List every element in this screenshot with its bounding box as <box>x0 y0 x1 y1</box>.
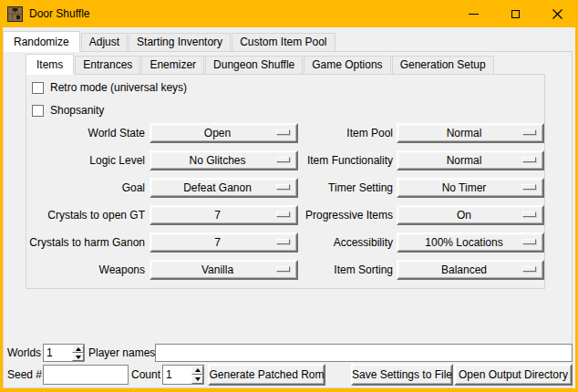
crystals-open-gt-label: Crystals to open GT <box>26 205 145 225</box>
worlds-spin-down-button[interactable] <box>72 353 84 361</box>
tab-items[interactable]: Items <box>26 54 74 75</box>
logic-level-dropdown[interactable]: No Glitches <box>150 150 298 170</box>
open-output-directory-button[interactable]: Open Output Directory <box>454 364 573 386</box>
goal-value: Defeat Ganon <box>183 181 252 194</box>
dropdown-indicator-icon <box>522 157 536 162</box>
door-icon <box>7 6 23 22</box>
logic-level-label: Logic Level <box>26 150 145 170</box>
arrow-up-icon <box>76 347 81 351</box>
retro-mode-checkbox[interactable] <box>32 82 44 94</box>
tab-starting-inventory[interactable]: Starting Inventory <box>129 33 231 51</box>
count-spin-buttons <box>191 366 203 384</box>
window-controls <box>452 0 578 27</box>
progressive-items-dropdown[interactable]: On <box>397 205 544 225</box>
timer-setting-value: No Timer <box>442 181 487 194</box>
weapons-value: Vanilla <box>201 263 233 276</box>
items-panel: Retro mode (universal keys) Shopsanity W… <box>26 74 545 289</box>
tab-enemizer[interactable]: Enemizer <box>141 56 204 74</box>
progressive-items-value: On <box>457 209 471 222</box>
dropdown-indicator-icon <box>522 129 536 135</box>
accessibility-dropdown[interactable]: 100% Locations <box>397 232 544 253</box>
save-settings-button[interactable]: Save Settings to File <box>351 364 453 386</box>
worlds-spin-up-button[interactable] <box>72 345 84 353</box>
tab-generation-setup[interactable]: Generation Setup <box>392 56 494 74</box>
dropdown-indicator-icon <box>522 266 536 272</box>
player-names-input[interactable] <box>156 345 572 361</box>
maximize-button[interactable] <box>494 0 536 27</box>
timer-setting-label: Timer Setting <box>287 178 393 198</box>
crystals-harm-ganon-dropdown[interactable]: 7 <box>150 232 298 253</box>
crystals-harm-ganon-label: Crystals to harm Ganon <box>26 232 145 253</box>
window-title: Door Shuffle <box>29 7 90 20</box>
dropdown-indicator-icon <box>522 239 536 244</box>
tab-randomize[interactable]: Randomize <box>3 31 80 52</box>
logic-level-value: No Glitches <box>189 154 245 167</box>
main-tab-bar: Randomize Adjust Starting Inventory Cust… <box>3 30 336 51</box>
close-button[interactable] <box>536 0 578 27</box>
timer-setting-dropdown[interactable]: No Timer <box>397 178 544 198</box>
tab-game-options[interactable]: Game Options <box>304 56 390 74</box>
worlds-spin-buttons <box>72 345 84 361</box>
arrow-up-icon <box>195 368 201 372</box>
minimize-button[interactable] <box>452 0 494 27</box>
count-spin-down-button[interactable] <box>191 375 203 384</box>
weapons-label: Weapons <box>26 260 145 280</box>
player-names-field <box>155 344 573 362</box>
item-functionality-label: Item Functionality <box>287 150 393 170</box>
tab-entrances[interactable]: Entrances <box>75 56 140 74</box>
accessibility-label: Accessibility <box>287 232 393 253</box>
minimize-icon <box>469 14 479 15</box>
retro-mode-label: Retro mode (universal keys) <box>50 81 187 95</box>
arrow-down-icon <box>76 356 81 359</box>
item-functionality-value: Normal <box>447 154 482 167</box>
crystals-open-gt-dropdown[interactable]: 7 <box>150 205 298 225</box>
arrow-down-icon <box>195 377 201 381</box>
randomize-panel: Items Entrances Enemizer Dungeon Shuffle… <box>3 51 573 388</box>
accessibility-value: 100% Locations <box>425 236 502 249</box>
item-functionality-dropdown[interactable]: Normal <box>397 150 544 170</box>
world-state-value: Open <box>204 127 231 139</box>
item-sorting-label: Item Sorting <box>287 260 393 280</box>
generate-patched-rom-button[interactable]: Generate Patched Rom <box>208 364 325 386</box>
tab-dungeon-shuffle[interactable]: Dungeon Shuffle <box>205 56 303 74</box>
item-sorting-value: Balanced <box>441 263 487 276</box>
shopsanity-label: Shopsanity <box>50 104 104 118</box>
maximize-icon <box>511 10 520 18</box>
tab-custom-item-pool[interactable]: Custom Item Pool <box>232 33 335 51</box>
weapons-dropdown[interactable]: Vanilla <box>150 260 298 280</box>
item-pool-value: Normal <box>447 127 482 139</box>
worlds-input[interactable] <box>44 345 72 361</box>
shopsanity-checkbox[interactable] <box>32 105 44 117</box>
seed-label: Seed # <box>7 365 42 385</box>
world-state-dropdown[interactable]: Open <box>150 123 298 143</box>
tab-adjust[interactable]: Adjust <box>81 33 128 51</box>
count-input[interactable] <box>163 366 191 384</box>
dropdown-indicator-icon <box>522 184 536 190</box>
retro-mode-row: Retro mode (universal keys) <box>32 81 187 95</box>
item-sorting-dropdown[interactable]: Balanced <box>397 260 544 280</box>
count-spinbox[interactable] <box>162 365 204 385</box>
seed-input[interactable] <box>44 366 128 384</box>
goal-label: Goal <box>26 178 145 198</box>
worlds-spinbox[interactable] <box>43 344 85 362</box>
worlds-label: Worlds <box>7 344 41 362</box>
world-state-label: World State <box>26 123 145 143</box>
crystals-harm-ganon-value: 7 <box>214 236 221 249</box>
player-names-label: Player names <box>88 344 155 362</box>
client-area: Randomize Adjust Starting Inventory Cust… <box>3 27 575 388</box>
sub-tab-bar: Items Entrances Enemizer Dungeon Shuffle… <box>26 53 495 74</box>
count-label: Count <box>131 365 160 385</box>
dropdown-indicator-icon <box>522 211 536 217</box>
progressive-items-label: Progressive Items <box>287 205 393 225</box>
goal-dropdown[interactable]: Defeat Ganon <box>150 178 298 198</box>
item-pool-label: Item Pool <box>287 123 393 143</box>
seed-field <box>43 365 129 385</box>
crystals-open-gt-value: 7 <box>214 209 221 222</box>
close-icon <box>552 9 563 19</box>
shopsanity-row: Shopsanity <box>32 104 104 118</box>
count-spin-up-button[interactable] <box>191 366 203 375</box>
door-shuffle-window: Door Shuffle Randomize Adjust Starting I… <box>0 0 578 392</box>
item-pool-dropdown[interactable]: Normal <box>397 123 544 143</box>
titlebar[interactable]: Door Shuffle <box>0 0 578 27</box>
